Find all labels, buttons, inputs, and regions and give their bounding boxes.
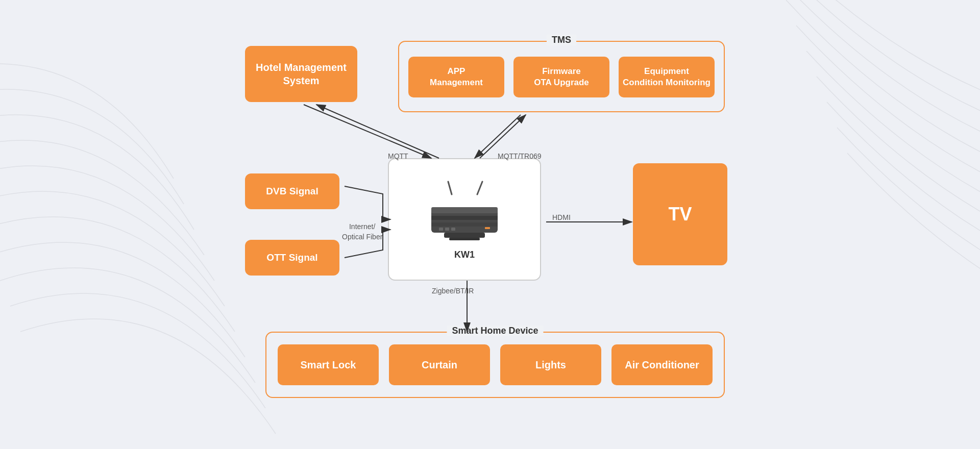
svg-rect-20 xyxy=(449,238,480,240)
device-label: KW1 xyxy=(454,250,475,260)
hdmi-label: HDMI xyxy=(552,213,571,221)
tms-container: TMS APP Management Firmware OTA Upgrade … xyxy=(398,41,725,112)
smart-lock-box: Smart Lock xyxy=(278,344,379,385)
router-illustration xyxy=(413,179,516,245)
internet-label: Internet/Optical Fiber xyxy=(342,222,382,242)
mqtt-label: MQTT xyxy=(388,152,408,160)
ott-signal-box: OTT Signal xyxy=(245,240,339,276)
smart-home-items: Smart Lock Curtain Lights Air Conditione… xyxy=(266,333,724,397)
smart-home-container: Smart Home Device Smart Lock Curtain Lig… xyxy=(265,332,725,398)
smart-lock-label: Smart Lock xyxy=(301,359,356,371)
air-conditioner-box: Air Conditioner xyxy=(611,344,713,385)
tv-label: TV xyxy=(668,203,692,227)
dvb-signal-label: DVB Signal xyxy=(266,185,318,198)
curtain-label: Curtain xyxy=(422,359,457,371)
svg-rect-19 xyxy=(444,233,485,238)
svg-rect-18 xyxy=(485,227,490,229)
tms-item-equipment: Equipment Condition Monitoring xyxy=(619,57,715,97)
tms-item-firmware: Firmware OTA Upgrade xyxy=(513,57,609,97)
svg-line-10 xyxy=(477,182,482,194)
smart-home-title: Smart Home Device xyxy=(447,326,543,336)
svg-rect-12 xyxy=(431,207,498,213)
svg-line-4 xyxy=(304,105,431,158)
air-conditioner-label: Air Conditioner xyxy=(625,359,699,371)
lights-box: Lights xyxy=(500,344,601,385)
svg-rect-16 xyxy=(445,228,449,231)
hotel-mgmt-label: Hotel Management System xyxy=(256,61,347,87)
hotel-management-system-box: Hotel Management System xyxy=(245,46,357,102)
dvb-signal-box: DVB Signal xyxy=(245,173,339,209)
tms-item-app: APP Management xyxy=(408,57,504,97)
device-box: KW1 xyxy=(388,158,541,281)
svg-line-3 xyxy=(316,105,439,158)
lights-label: Lights xyxy=(535,359,566,371)
svg-line-9 xyxy=(448,182,452,194)
svg-rect-17 xyxy=(451,228,455,231)
svg-rect-14 xyxy=(431,222,498,227)
mqtt-tr069-label: MQTT/TR069 xyxy=(498,152,542,160)
tv-box: TV xyxy=(633,163,727,265)
zigbee-label: Zigbee/BT/IR xyxy=(432,287,474,295)
curtain-box: Curtain xyxy=(389,344,490,385)
svg-rect-13 xyxy=(431,216,498,220)
tms-items: APP Management Firmware OTA Upgrade Equi… xyxy=(399,42,724,111)
svg-rect-15 xyxy=(439,228,443,231)
diagram-wrapper: Hotel Management System TMS APP Manageme… xyxy=(209,26,771,423)
ott-signal-label: OTT Signal xyxy=(266,252,317,264)
tms-title: TMS xyxy=(547,35,576,45)
